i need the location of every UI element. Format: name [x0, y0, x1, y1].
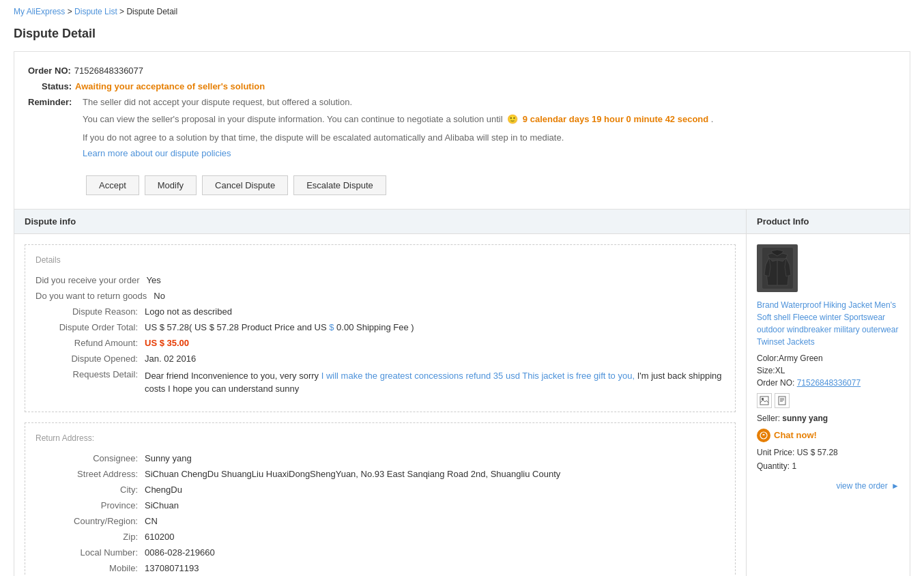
product-color: Color:Army Green — [757, 354, 899, 363]
address-row-local: Local Number: 0086-028-219660 — [35, 547, 725, 558]
address-row-street: Street Address: SiChuan ChengDu ShuangLi… — [35, 469, 725, 479]
product-name-link[interactable]: Brand Waterproof Hiking Jacket Men's Sof… — [757, 299, 899, 348]
seller-name: sunny yang — [782, 414, 828, 423]
address-label-local: Local Number: — [35, 547, 145, 558]
view-order-link[interactable]: view the order ► — [757, 481, 899, 491]
product-info-panel: Product Info — [746, 210, 910, 576]
detail-label-receive: Did you receive your order — [35, 275, 146, 285]
product-icons-row — [757, 393, 899, 408]
detail-label-refund: Refund Amount: — [35, 338, 145, 348]
cancel-dispute-button[interactable]: Cancel Dispute — [202, 175, 288, 195]
detail-label-return: Do you want to return goods — [35, 291, 154, 301]
address-row-city: City: ChengDu — [35, 485, 725, 495]
address-value-mobile: 13708071193 — [145, 563, 199, 573]
detail-value-requests: Dear friend Inconvenience to you, very s… — [145, 369, 725, 396]
chat-label: Chat now! — [774, 430, 817, 440]
svg-rect-3 — [779, 397, 785, 405]
size-label: Size: — [757, 366, 775, 375]
product-size: Size:XL — [757, 366, 899, 375]
view-order-text: view the order — [836, 481, 887, 491]
chat-icon — [757, 429, 770, 442]
address-row-country: Country/Region: CN — [35, 516, 725, 526]
order-number-row: Order NO: 71526848336077 — [28, 66, 896, 76]
unit-price-row: Unit Price: US $ 57.28 — [757, 448, 899, 457]
breadcrumb-disputelist[interactable]: Dispute List — [74, 7, 117, 16]
jacket-image — [762, 248, 793, 289]
details-section: Details Did you receive your order Yes D… — [25, 244, 736, 412]
detail-value-opened: Jan. 02 2016 — [145, 354, 196, 364]
detail-value-return: No — [154, 291, 165, 301]
detail-label-reason: Dispute Reason: — [35, 306, 145, 317]
detail-row-opened: Dispute Opened: Jan. 02 2016 — [35, 354, 725, 364]
dispute-info-header: Dispute info — [14, 210, 746, 234]
image-icon[interactable] — [757, 393, 772, 408]
address-row-province: Province: SiChuan — [35, 500, 725, 510]
address-row-consignee: Consignee: Sunny yang — [35, 453, 725, 463]
action-buttons: Accept Modify Cancel Dispute Escalate Di… — [86, 175, 896, 195]
unit-price-value: US $ 57.28 — [797, 448, 838, 457]
order-info-box: Order NO: 71526848336077 Status: Awaitin… — [14, 51, 910, 210]
chat-now-button[interactable]: Chat now! — [757, 429, 899, 442]
dispute-policies-link[interactable]: Learn more about our dispute policies — [83, 148, 713, 158]
accept-button[interactable]: Accept — [86, 175, 139, 195]
reminder-row: Reminder: The seller did not accept your… — [28, 97, 896, 169]
address-label-street: Street Address: — [35, 469, 145, 479]
breadcrumb-separator1: > — [68, 7, 74, 16]
product-order-label: Order NO: — [757, 378, 794, 388]
color-value: Army Green — [779, 354, 823, 363]
address-label-mobile: Mobile: — [35, 563, 145, 573]
detail-value-refund: US $ 35.00 — [145, 338, 189, 348]
dispute-info-panel: Dispute info Details Did you receive you… — [14, 210, 746, 576]
detail-value-reason: Logo not as described — [145, 306, 232, 317]
breadcrumb-separator2: > — [119, 7, 126, 16]
breadcrumb-myaliexpress[interactable]: My AliExpress — [14, 7, 65, 16]
detail-value-receive: Yes — [146, 275, 160, 285]
seller-label: Seller: — [757, 414, 780, 423]
breadcrumb: My AliExpress > Dispute List > Dispute D… — [14, 0, 910, 23]
reminder-label: Reminder: — [28, 97, 83, 107]
address-value-local: 0086-028-219660 — [145, 547, 215, 558]
reminder-text1: The seller did not accept your dispute r… — [83, 97, 713, 107]
status-row: Status: Awaiting your acceptance of sell… — [42, 81, 896, 91]
address-value-consignee: Sunny yang — [145, 453, 192, 463]
detail-row-requests: Requests Detail: Dear friend Inconvenien… — [35, 369, 725, 396]
address-value-city: ChengDu — [145, 485, 182, 495]
address-label-consignee: Consignee: — [35, 453, 145, 463]
quantity-value: 1 — [792, 461, 796, 471]
product-order-no: Order NO: 71526848336077 — [757, 378, 899, 388]
modify-button[interactable]: Modify — [145, 175, 197, 195]
return-address-title: Return Address: — [35, 433, 725, 443]
product-info-body: Brand Waterproof Hiking Jacket Men's Sof… — [747, 234, 910, 501]
address-label-country: Country/Region: — [35, 516, 145, 526]
order-number-label: Order NO: — [28, 66, 71, 76]
product-info-header: Product Info — [747, 210, 910, 234]
product-order-value[interactable]: 71526848336077 — [797, 378, 861, 388]
detail-row-total: Dispute Order Total: US $ 57.28( US $ 57… — [35, 322, 725, 332]
product-image — [757, 244, 798, 292]
unit-price-label: Unit Price: — [757, 448, 794, 457]
detail-value-total: US $ 57.28( US $ 57.28 Product Price and… — [145, 322, 414, 332]
quantity-label: Quantity: — [757, 461, 790, 471]
detail-row-return: Do you want to return goods No — [35, 291, 725, 301]
escalate-dispute-button[interactable]: Escalate Dispute — [293, 175, 386, 195]
status-label: Status: — [42, 81, 72, 91]
return-address-section: Return Address: Consignee: Sunny yang St… — [25, 422, 736, 576]
status-value: Awaiting your acceptance of seller's sol… — [75, 81, 265, 91]
seller-row: Seller: sunny yang — [757, 414, 899, 423]
detail-label-requests: Requests Detail: — [35, 369, 145, 396]
detail-row-refund: Refund Amount: US $ 35.00 — [35, 338, 725, 348]
dispute-info-body: Details Did you receive your order Yes D… — [14, 234, 746, 576]
address-label-province: Province: — [35, 500, 145, 510]
details-title: Details — [35, 255, 725, 265]
detail-row-receive: Did you receive your order Yes — [35, 275, 725, 285]
address-value-country: CN — [145, 516, 158, 526]
quantity-row: Quantity: 1 — [757, 461, 899, 471]
address-value-zip: 610200 — [145, 532, 174, 542]
reminder-text2-row: You can view the seller's proposal in yo… — [83, 113, 713, 127]
doc-icon[interactable] — [775, 393, 790, 408]
svg-rect-2 — [762, 398, 764, 400]
timer-period: . — [711, 114, 714, 124]
reminder-content: The seller did not accept your dispute r… — [83, 97, 713, 169]
reminder-text3: If you do not agree to a solution by tha… — [83, 132, 713, 143]
bottom-panels: Dispute info Details Did you receive you… — [14, 210, 910, 576]
